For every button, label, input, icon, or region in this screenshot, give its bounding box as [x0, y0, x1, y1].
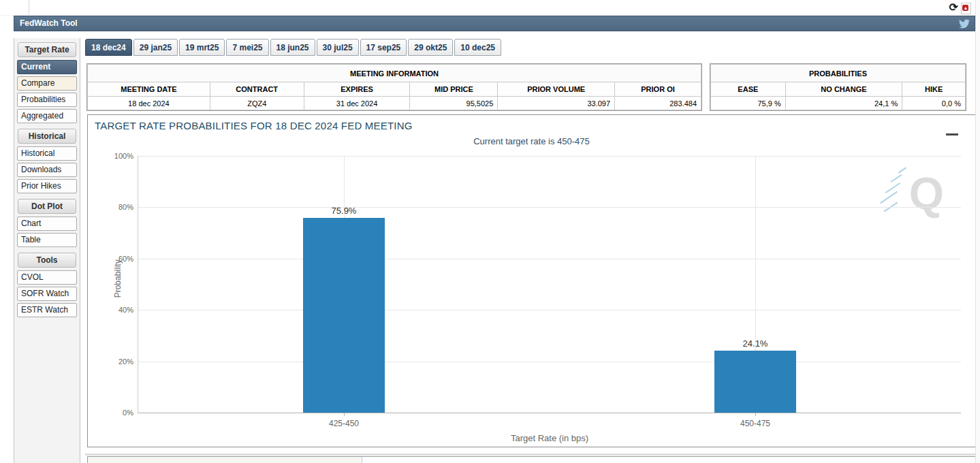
chart-plot-area: Probability Target Rate (in bps) 0%20%40…: [138, 156, 961, 413]
x-axis-line: [138, 413, 961, 413]
meeting_info-value: 31 dec 2024: [304, 97, 410, 110]
tab-7-mei25[interactable]: 7 mei25: [226, 39, 268, 56]
bar-value-label: 75.9%: [332, 206, 357, 218]
meeting-information-table: MEETING INFORMATIONMEETING DATECONTRACTE…: [87, 64, 701, 110]
meeting_info-col-contract: CONTRACT: [210, 82, 304, 97]
probabilities-header-row: EASENO CHANGEHIKE: [711, 82, 966, 97]
bar-425-450[interactable]: [303, 218, 385, 413]
meeting_info-header-row: MEETING DATECONTRACTEXPIRESMID PRICEPRIO…: [88, 82, 701, 97]
pdf-export-icon[interactable]: ▲: [961, 3, 971, 14]
meeting_info-value: 95,5025: [410, 97, 498, 110]
tab-29-jan25[interactable]: 29 jan25: [133, 39, 178, 56]
bar-450-475[interactable]: [714, 351, 796, 413]
probabilities-value-row: 75,9 %24,1 %0,0 %: [711, 97, 966, 110]
y-gridline: [138, 362, 961, 362]
meeting_info-title-row: MEETING INFORMATION: [88, 65, 701, 82]
x-axis-title: Target Rate (in bps): [138, 433, 961, 443]
y-tick-label: 20%: [118, 357, 133, 366]
sidebar-item-historical[interactable]: Historical: [17, 146, 77, 161]
y-axis-line: [138, 156, 138, 413]
next-section-partial: [87, 456, 976, 463]
y-axis-title: Probability: [113, 259, 123, 298]
meeting_info-col-mid-price: MID PRICE: [410, 82, 498, 97]
page-right-edge: [975, 0, 980, 463]
x-category-label: 425-450: [329, 419, 359, 428]
sidebar-item-prior-hikes[interactable]: Prior Hikes: [17, 179, 77, 193]
meeting_info-value: 18 dec 2024: [88, 97, 210, 110]
divider: [29, 0, 29, 15]
probabilities-title: PROBABILITIES: [711, 65, 966, 82]
y-gridline: [138, 259, 961, 259]
x-tick-mark: [755, 413, 756, 416]
sidebar-item-aggregated[interactable]: Aggregated: [17, 109, 77, 123]
probabilities-value: 24,1 %: [785, 97, 902, 110]
sidebar-item-downloads[interactable]: Downloads: [17, 163, 77, 177]
main-content: 18 dec2429 jan2519 mrt257 mei2518 jun253…: [85, 38, 976, 463]
sidebar-item-current[interactable]: Current: [17, 60, 77, 74]
fedwatch-header-bar: FedWatch Tool: [14, 16, 975, 31]
tab-19-mrt25[interactable]: 19 mrt25: [179, 39, 225, 56]
refresh-icon[interactable]: ⟳: [949, 1, 958, 14]
meeting_info-title: MEETING INFORMATION: [88, 65, 701, 82]
sidebar-section-target-rate: Target Rate: [18, 42, 76, 57]
meeting-date-tabs: 18 dec2429 jan2519 mrt257 mei2518 jun253…: [85, 39, 503, 57]
tab-10-dec25[interactable]: 10 dec25: [454, 39, 501, 56]
sidebar-section-dot-plot: Dot Plot: [18, 199, 76, 214]
y-tick-label: 60%: [118, 255, 133, 263]
tab-29-okt25[interactable]: 29 okt25: [408, 39, 453, 56]
tab-18-jun25[interactable]: 18 jun25: [270, 39, 315, 56]
meeting_info-col-prior-oi: PRIOR OI: [615, 82, 701, 97]
pdf-icon-glyph: ▲: [964, 5, 968, 11]
sidebar-item-compare[interactable]: Compare: [17, 76, 77, 91]
y-tick-label: 0%: [123, 409, 133, 417]
chart-title: TARGET RATE PROBABILITIES FOR 18 DEC 202…: [95, 120, 413, 131]
meeting_info-col-expires: EXPIRES: [304, 82, 410, 97]
meeting_info-value: 33.097: [498, 97, 615, 110]
meeting_info-value: 283.484: [615, 97, 701, 110]
sidebar: Target RateCurrentCompareProbabilitiesAg…: [14, 38, 80, 463]
sidebar-section-historical: Historical: [18, 129, 76, 144]
y-tick-label: 80%: [118, 203, 133, 211]
y-gridline: [138, 310, 961, 310]
sidebar-section-tools: Tools: [18, 253, 76, 268]
chart-panel: TARGET RATE PROBABILITIES FOR 18 DEC 202…: [87, 114, 976, 447]
app-title: FedWatch Tool: [14, 16, 975, 31]
sidebar-item-estr-watch[interactable]: ESTR Watch: [17, 303, 77, 317]
tab-17-sep25[interactable]: 17 sep25: [360, 39, 407, 56]
tab-30-jul25[interactable]: 30 jul25: [317, 39, 359, 56]
x-tick-mark: [344, 413, 345, 416]
y-gridline: [138, 207, 961, 208]
probabilities-title-row: PROBABILITIES: [711, 65, 966, 82]
chart-subtitle: Current target rate is 450-475: [88, 136, 975, 146]
chart-menu-icon[interactable]: [952, 126, 966, 137]
bar-value-label: 24.1%: [743, 338, 768, 351]
next-section-cell: [88, 457, 362, 463]
y-tick-label: 100%: [114, 152, 133, 160]
meeting_info-value: ZQZ4: [210, 97, 304, 110]
sidebar-item-table[interactable]: Table: [17, 233, 77, 247]
meeting_info-col-prior-volume: PRIOR VOLUME: [498, 82, 615, 97]
tab-18-dec24[interactable]: 18 dec24: [85, 39, 132, 56]
twitter-icon[interactable]: [959, 18, 970, 29]
sidebar-item-cvol[interactable]: CVOL: [17, 270, 77, 285]
probabilities-col-hike: HIKE: [902, 82, 966, 97]
y-tick-label: 40%: [118, 306, 133, 314]
probabilities-col-no-change: NO CHANGE: [785, 82, 902, 97]
browser-top-strip: ⟳ ▲: [0, 0, 980, 16]
meeting_info-value-row: 18 dec 2024ZQZ431 dec 202495,502533.0972…: [88, 97, 701, 110]
panel-gap: [85, 453, 976, 456]
hamburger-bar: [946, 133, 958, 135]
sidebar-item-sofr-watch[interactable]: SOFR Watch: [17, 287, 77, 301]
probabilities-value: 0,0 %: [902, 97, 966, 110]
probabilities-table: PROBABILITIESEASENO CHANGEHIKE75,9 %24,1…: [710, 64, 966, 110]
meeting_info-col-meeting-date: MEETING DATE: [88, 82, 210, 97]
probabilities-col-ease: EASE: [711, 82, 786, 97]
x-category-label: 450-475: [740, 419, 770, 428]
y-gridline: [138, 156, 961, 157]
sidebar-item-probabilities[interactable]: Probabilities: [17, 93, 77, 107]
sidebar-item-chart[interactable]: Chart: [17, 217, 77, 231]
probabilities-value: 75,9 %: [711, 97, 786, 110]
